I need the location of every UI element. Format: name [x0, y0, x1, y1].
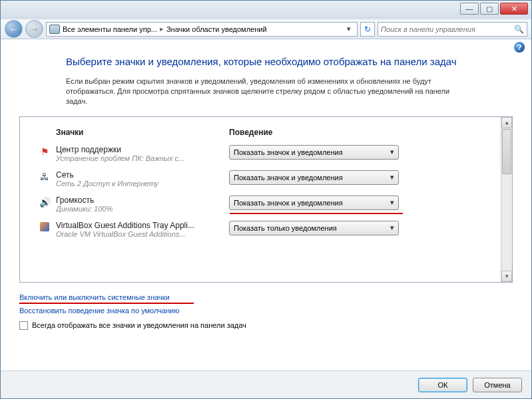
- minimize-button[interactable]: —: [460, 3, 479, 15]
- breadcrumb-current[interactable]: Значки области уведомлений: [166, 25, 267, 33]
- highlight-line: [230, 213, 403, 214]
- list-inner: Значки Поведение ⚑ Центр поддержки Устра…: [20, 117, 501, 282]
- nav-bar: ← → Все элементы панели упр... ▸ Значки …: [1, 19, 531, 39]
- row-subtitle: Сеть 2 Доступ к Интернету: [56, 180, 219, 188]
- scrollbar: ▴ ▾: [501, 117, 512, 282]
- window-frame: — ▢ ✕ ← → Все элементы панели упр... ▸ З…: [0, 0, 532, 399]
- ok-button[interactable]: ОК: [418, 378, 467, 392]
- row-subtitle: Oracle VM VirtualBox Guest Additions...: [56, 230, 219, 238]
- breadcrumb-root[interactable]: Все элементы панели упр...: [63, 25, 157, 33]
- always-show-checkbox[interactable]: [19, 321, 28, 330]
- forward-button[interactable]: →: [25, 20, 43, 38]
- refresh-button[interactable]: ↻: [360, 22, 375, 37]
- address-bar[interactable]: Все элементы панели упр... ▸ Значки обла…: [46, 22, 358, 37]
- row-title: Центр поддержки: [56, 145, 229, 154]
- behavior-select[interactable]: Показать значок и уведомления: [229, 145, 399, 160]
- chevron-right-icon: ▸: [160, 25, 164, 33]
- row-title: Сеть: [56, 170, 229, 180]
- scroll-thumb[interactable]: [502, 129, 511, 174]
- row-title: VirtualBox Guest Additions Tray Appli...: [56, 221, 229, 230]
- list-header: Значки Поведение: [20, 117, 501, 141]
- row-title: Громкость: [56, 196, 229, 205]
- scroll-down-button[interactable]: ▾: [501, 271, 512, 282]
- row-subtitle: Устранение проблем ПК: Важных с...: [56, 154, 219, 162]
- content-pane: ? Выберите значки и уведомления, которые…: [1, 39, 531, 370]
- list-item: ⚑ Центр поддержки Устранение проблем ПК:…: [20, 141, 501, 166]
- behavior-select[interactable]: Показать значок и уведомления: [229, 170, 399, 185]
- list-item: VirtualBox Guest Additions Tray Appli...…: [20, 217, 501, 242]
- control-panel-icon: [49, 25, 60, 34]
- volume-icon: 🔊: [33, 196, 56, 207]
- icon-list: Значки Поведение ⚑ Центр поддержки Устра…: [19, 116, 513, 283]
- close-button[interactable]: ✕: [500, 3, 528, 15]
- maximize-button[interactable]: ▢: [480, 3, 499, 15]
- row-subtitle: Динамики: 100%: [56, 205, 219, 213]
- action-center-icon: ⚑: [33, 145, 56, 157]
- col-icons: Значки: [56, 128, 229, 137]
- title-bar: — ▢ ✕: [1, 1, 531, 19]
- toggle-system-icons-link[interactable]: Включить или выключить системные значки: [19, 293, 170, 301]
- list-item: 🔊 Громкость Динамики: 100% Показать знач…: [20, 192, 501, 217]
- list-item: 🖧 Сеть Сеть 2 Доступ к Интернету Показат…: [20, 166, 501, 192]
- page-description: Если выбран режим скрытия значков и увед…: [66, 76, 466, 107]
- behavior-select[interactable]: Показать только уведомления: [229, 221, 399, 235]
- scroll-up-button[interactable]: ▴: [501, 117, 512, 128]
- network-icon: 🖧: [33, 170, 56, 182]
- back-button[interactable]: ←: [5, 20, 23, 38]
- virtualbox-icon: [33, 221, 56, 231]
- address-dropdown[interactable]: ▾: [344, 25, 354, 33]
- cancel-button[interactable]: Отмена: [473, 378, 522, 392]
- help-icon[interactable]: ?: [514, 42, 525, 53]
- search-icon[interactable]: 🔍: [514, 25, 524, 34]
- always-show-checkbox-row: Всегда отображать все значки и уведомлен…: [19, 321, 513, 330]
- highlight-line: [19, 303, 194, 304]
- behavior-select[interactable]: Показать значок и уведомления: [229, 196, 399, 210]
- restore-defaults-link[interactable]: Восстановить поведение значка по умолчан…: [19, 307, 180, 315]
- col-behavior: Поведение: [229, 128, 415, 137]
- search-input[interactable]: [381, 25, 514, 33]
- checkbox-label: Всегда отображать все значки и уведомлен…: [32, 321, 246, 329]
- search-box[interactable]: 🔍: [378, 22, 527, 37]
- dialog-footer: ОК Отмена: [1, 370, 531, 398]
- page-title: Выберите значки и уведомления, которые н…: [66, 55, 466, 68]
